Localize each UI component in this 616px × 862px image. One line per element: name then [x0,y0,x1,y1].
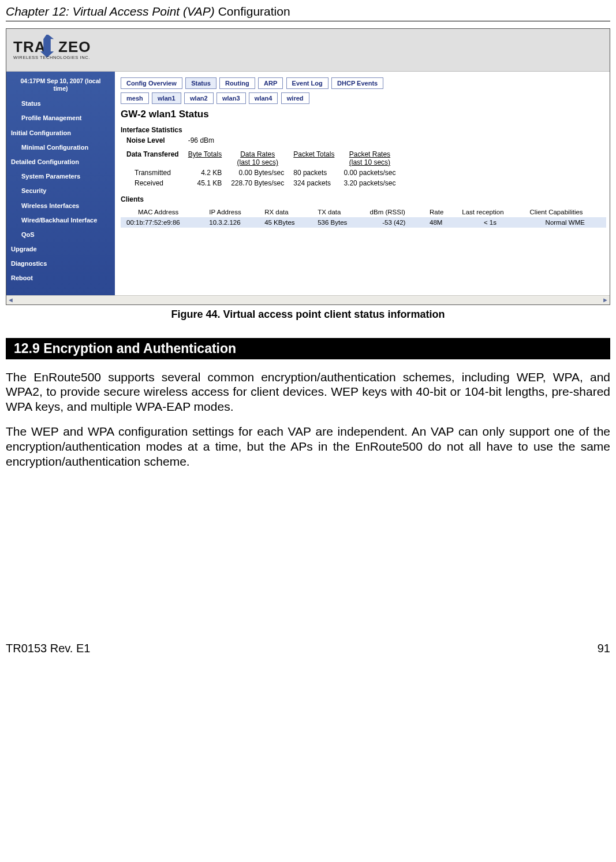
sidebar-time-l2: time) [53,85,68,92]
tab-status[interactable]: Status [185,77,216,89]
col-rate: Rate [424,207,456,217]
rx-packet-rate: 3.20 packets/sec [342,178,404,188]
tab-routing[interactable]: Routing [219,77,255,89]
sidebar-wireless-interfaces[interactable]: Wireless Interfaces [11,202,110,210]
section-header-bar: 12.9 Encryption and Authentication [6,338,610,359]
sidebar-minimal-configuration[interactable]: Minimal Configuration [11,144,110,151]
tab-wlan4[interactable]: wlan4 [249,92,278,104]
col-last-reception: Last reception [456,207,524,217]
paragraph-1: The EnRoute500 supports several common e… [6,370,610,414]
col-byte-totals: Byte Totals [187,149,230,168]
tab-wired[interactable]: wired [281,92,309,104]
interface-statistics-head: Interface Statistics [121,126,606,134]
chapter-header: Chapter 12: Virtual Access Point (VAP) C… [6,5,610,21]
tx-bytes: 4.2 KB [187,168,230,178]
col-mac: MAC Address [121,207,203,217]
col-packet-rates-sub: (last 10 secs) [349,158,390,166]
client-mac: 00:1b:77:52:e9:86 [121,217,203,228]
tab-config-overview[interactable]: Config Overview [121,77,182,89]
sidebar-initial-configuration[interactable]: Initial Configuration [11,129,110,137]
client-ip: 10.3.2.126 [203,217,259,228]
sidebar-time-l1: 04:17PM Sep 10, 2007 (local [21,77,101,84]
noise-label: Noise Level [121,135,187,146]
tx-packet-rate: 0.00 packets/sec [342,168,404,178]
top-tab-row: Config Overview Status Routing ARP Event… [121,77,606,89]
col-capabilities: Client Capabilities [524,207,606,217]
clients-head: Clients [121,195,606,203]
sidebar-time: 04:17PM Sep 10, 2007 (local time) [11,77,110,92]
iface-tab-row: mesh wlan1 wlan2 wlan3 wlan4 wired [121,92,606,104]
data-transfered-label: Data Transfered [121,149,187,168]
client-rssi: -53 (42) [364,217,424,228]
tab-event-log[interactable]: Event Log [286,77,328,89]
noise-value: -96 dBm [187,135,230,146]
sidebar-system-parameters[interactable]: System Parameters [11,173,110,180]
client-row-1[interactable]: 00:1b:77:52:e9:86 10.3.2.126 45 KBytes 5… [121,217,606,228]
logo-subtext: WIRELESS TECHNOLOGIES INC. [13,55,90,60]
rx-bytes: 45.1 KB [187,178,230,188]
page-footer: TR0153 Rev. E1 91 [6,642,610,655]
clients-header-row: MAC Address IP Address RX data TX data d… [121,207,606,217]
col-data-rates: Data Rates [240,150,275,158]
rx-label: Received [121,178,187,188]
col-ip: IP Address [203,207,259,217]
tab-arp[interactable]: ARP [258,77,283,89]
sidebar-qos[interactable]: QoS [11,231,110,239]
sidebar-wired-backhaul[interactable]: Wired/Backhaul Interface [11,217,110,224]
sidebar-reboot[interactable]: Reboot [11,274,110,282]
figure-caption: Figure 44. Virtual access point client s… [6,309,610,321]
logo-svg: TRA ZEO WIRELESS TECHNOLOGIES INC. [13,35,163,61]
client-tx: 536 Bytes [312,217,364,228]
col-rx: RX data [259,207,312,217]
screenshot-topbar: TRA ZEO WIRELESS TECHNOLOGIES INC. [6,29,610,72]
client-rate: 48M [424,217,456,228]
content-panel: Config Overview Status Routing ARP Event… [115,72,610,295]
sidebar-security[interactable]: Security [11,187,110,195]
rx-packets: 324 packets [292,178,342,188]
stats-table: Noise Level -96 dBm Data Transfered Byte… [121,135,404,188]
clients-table: MAC Address IP Address RX data TX data d… [121,207,606,228]
tab-wlan1[interactable]: wlan1 [152,92,181,104]
client-last: < 1s [456,217,524,228]
col-packet-totals: Packet Totals [292,149,342,168]
sidebar-detailed-configuration[interactable]: Detailed Configuration [11,158,110,166]
client-caps: Normal WME [524,217,606,228]
client-rx: 45 KBytes [259,217,312,228]
tab-wlan3[interactable]: wlan3 [216,92,246,104]
chapter-plain: Configuration [218,5,290,18]
tab-wlan2[interactable]: wlan2 [184,92,214,104]
content-title: GW-2 wlan1 Status [121,109,606,120]
scroll-right-icon[interactable]: ► [602,296,608,303]
screenshot-main: 04:17PM Sep 10, 2007 (local time) Status… [6,72,610,295]
tx-rate: 0.00 Bytes/sec [230,168,292,178]
col-packet-rates: Packet Rates [349,150,390,158]
sidebar-status[interactable]: Status [11,100,110,107]
sidebar-diagnostics[interactable]: Diagnostics [11,260,110,267]
footer-right: 91 [598,642,610,655]
logo-text-1: TRA [13,38,46,55]
tx-packets: 80 packets [292,168,342,178]
screenshot-container: TRA ZEO WIRELESS TECHNOLOGIES INC. 04:17… [6,28,610,305]
tranzeo-logo: TRA ZEO WIRELESS TECHNOLOGIES INC. [13,35,163,63]
col-data-rates-sub: (last 10 secs) [237,158,278,166]
col-rssi: dBm (RSSI) [364,207,424,217]
paragraph-2: The WEP and WPA configuration settings f… [6,424,610,469]
horizontal-scrollbar[interactable]: ◄ ► [6,295,610,304]
sidebar-profile-management[interactable]: Profile Management [11,114,110,122]
logo-text-2: ZEO [58,38,91,55]
tab-mesh[interactable]: mesh [121,92,149,104]
rx-rate: 228.70 Bytes/sec [230,178,292,188]
footer-left: TR0153 Rev. E1 [6,642,90,655]
chapter-italic: Chapter 12: Virtual Access Point (VAP) [6,5,218,18]
sidebar: 04:17PM Sep 10, 2007 (local time) Status… [6,72,115,295]
tab-dhcp-events[interactable]: DHCP Events [331,77,383,89]
scroll-left-icon[interactable]: ◄ [8,296,14,303]
tx-label: Transmitted [121,168,187,178]
col-tx: TX data [312,207,364,217]
sidebar-upgrade[interactable]: Upgrade [11,246,110,253]
